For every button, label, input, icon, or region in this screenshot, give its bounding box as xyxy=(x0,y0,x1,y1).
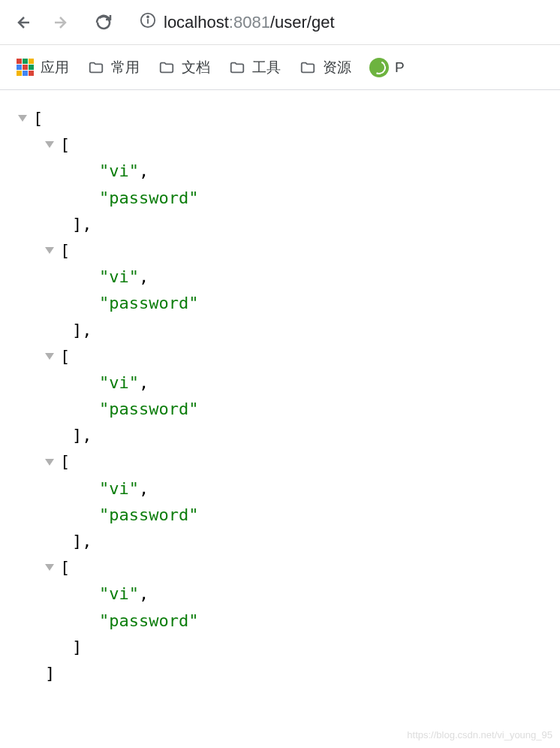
json-value-row: "vi", xyxy=(18,475,545,502)
json-comma: , xyxy=(139,581,149,607)
json-close-row: ], xyxy=(18,422,545,448)
chevron-down-icon[interactable] xyxy=(45,141,54,148)
back-button[interactable] xyxy=(9,8,39,38)
json-bracket: ] xyxy=(72,211,82,237)
json-comma: , xyxy=(139,264,149,290)
bookmark-spring[interactable]: P xyxy=(369,58,405,77)
json-comma: , xyxy=(139,158,149,184)
forward-button[interactable] xyxy=(45,8,75,38)
browser-nav-bar: localhost:8081/user/get xyxy=(0,0,560,45)
site-info-icon[interactable] xyxy=(140,12,156,33)
json-toggle-row[interactable]: [ xyxy=(18,131,545,158)
json-bracket: ] xyxy=(45,660,55,686)
json-value-row: "vi", xyxy=(18,264,545,290)
json-string: "vi" xyxy=(99,475,139,502)
json-toggle-row[interactable]: [ xyxy=(18,448,545,475)
bookmark-label: 工具 xyxy=(252,58,281,77)
json-close-row: ], xyxy=(18,317,545,343)
json-toggle-row[interactable]: [ xyxy=(18,343,545,369)
url-text: localhost:8081/user/get xyxy=(164,13,335,32)
json-viewer: [ [ "vi", "password" ], [ "vi", "passwor… xyxy=(0,90,560,701)
bookmark-label: P xyxy=(395,59,405,76)
chevron-down-icon[interactable] xyxy=(45,353,54,360)
apps-button[interactable]: 应用 xyxy=(17,58,69,77)
json-bracket: [ xyxy=(60,343,70,369)
json-value-row: "password" xyxy=(18,608,545,634)
json-toggle-row[interactable]: [ xyxy=(18,554,545,581)
chevron-down-icon[interactable] xyxy=(45,564,54,571)
json-value-row: "password" xyxy=(18,396,545,422)
json-value-row: "password" xyxy=(18,185,545,211)
folder-icon xyxy=(228,59,246,76)
json-close-row: ], xyxy=(18,211,545,237)
chevron-down-icon[interactable] xyxy=(45,247,54,254)
json-string: "password" xyxy=(99,608,198,634)
spring-icon xyxy=(369,58,389,77)
json-string: "password" xyxy=(99,290,198,316)
json-value-row: "vi", xyxy=(18,581,545,607)
json-string: "password" xyxy=(99,185,198,211)
json-toggle-row[interactable]: [ xyxy=(18,237,545,264)
json-string: "vi" xyxy=(99,581,139,607)
json-comma: , xyxy=(82,211,92,237)
json-comma: , xyxy=(82,422,92,448)
json-toggle-row[interactable]: [ xyxy=(18,105,545,131)
watermark-text: https://blog.csdn.net/vi_young_95 xyxy=(407,729,552,740)
json-comma: , xyxy=(82,317,92,343)
url-port: :8081 xyxy=(229,13,270,32)
json-bracket: [ xyxy=(60,554,70,581)
json-comma: , xyxy=(139,475,149,502)
json-value-row: "vi", xyxy=(18,369,545,396)
svg-point-2 xyxy=(147,16,149,17)
json-comma: , xyxy=(82,528,92,554)
folder-icon xyxy=(158,59,176,76)
address-bar[interactable]: localhost:8081/user/get xyxy=(140,12,551,33)
folder-icon xyxy=(299,59,317,76)
json-string: "vi" xyxy=(99,369,139,396)
json-comma: , xyxy=(139,369,149,396)
bookmarks-bar: 应用 常用 文档 工具 资源 xyxy=(0,45,560,90)
json-bracket: ] xyxy=(72,634,82,660)
bookmark-folder-common[interactable]: 常用 xyxy=(87,58,140,77)
json-value-row: "password" xyxy=(18,290,545,316)
bookmark-folder-resources[interactable]: 资源 xyxy=(299,58,351,77)
json-close-row: ] xyxy=(18,660,545,686)
json-string: "password" xyxy=(99,396,198,422)
bookmark-label: 常用 xyxy=(111,58,140,77)
json-bracket: ] xyxy=(72,422,82,448)
bookmark-folder-tools[interactable]: 工具 xyxy=(228,58,281,77)
bookmark-label: 文档 xyxy=(182,58,210,77)
json-bracket: ] xyxy=(72,317,82,343)
json-close-row: ] xyxy=(18,634,545,660)
json-close-row: ], xyxy=(18,528,545,554)
apps-icon xyxy=(17,59,35,77)
json-bracket: ] xyxy=(72,528,82,554)
json-bracket: [ xyxy=(60,131,70,158)
json-string: "password" xyxy=(99,502,198,528)
json-bracket: [ xyxy=(60,448,70,475)
url-host: localhost xyxy=(164,13,229,32)
json-bracket: [ xyxy=(33,105,43,131)
bookmark-label: 资源 xyxy=(323,58,351,77)
json-value-row: "vi", xyxy=(18,158,545,184)
reload-button[interactable] xyxy=(89,8,119,38)
folder-icon xyxy=(87,59,105,76)
chevron-down-icon[interactable] xyxy=(45,459,54,466)
apps-label: 应用 xyxy=(41,58,69,77)
chevron-down-icon[interactable] xyxy=(18,115,27,122)
json-value-row: "password" xyxy=(18,502,545,528)
json-bracket: [ xyxy=(60,237,70,264)
url-path: /user/get xyxy=(270,13,335,32)
bookmark-folder-docs[interactable]: 文档 xyxy=(158,58,210,77)
json-string: "vi" xyxy=(99,158,139,184)
json-string: "vi" xyxy=(99,264,139,290)
